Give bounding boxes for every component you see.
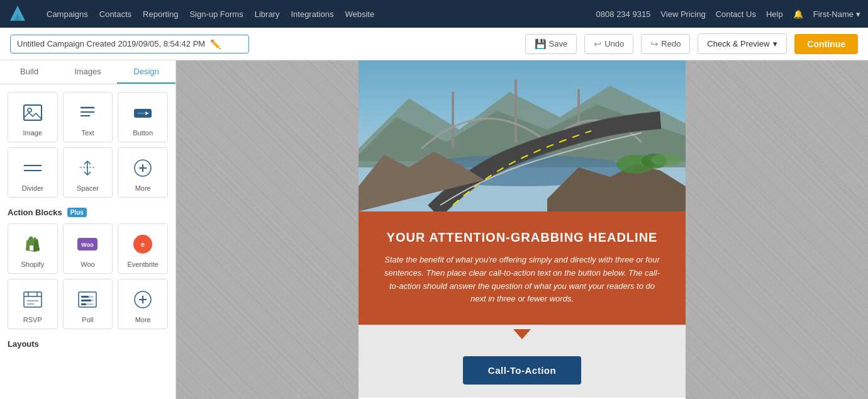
block-spacer[interactable]: Spacer bbox=[63, 147, 113, 198]
tab-design[interactable]: Design bbox=[117, 60, 175, 84]
arrow-down-icon bbox=[513, 329, 531, 339]
main-area: Build Images Design Image bbox=[0, 60, 868, 399]
redo-icon: ↪ bbox=[650, 38, 659, 50]
block-image[interactable]: Image bbox=[8, 92, 58, 142]
block-shopify-label: Shopify bbox=[21, 261, 44, 268]
block-poll-label: Poll bbox=[82, 316, 93, 323]
poll-icon bbox=[75, 287, 100, 312]
svg-point-3 bbox=[28, 108, 31, 112]
toolbar: Untitled Campaign Created 2019/09/05, 8:… bbox=[0, 28, 868, 60]
nav-integrations[interactable]: Integrations bbox=[291, 9, 333, 19]
user-name: First-Name bbox=[813, 9, 854, 19]
edit-title-icon[interactable]: ✏️ bbox=[210, 39, 221, 49]
basic-blocks-grid: Image Text bbox=[8, 92, 168, 198]
block-poll[interactable]: Poll bbox=[63, 279, 113, 329]
block-shopify[interactable]: Shopify bbox=[8, 223, 58, 274]
nav-right: 0808 234 9315 View Pricing Contact Us He… bbox=[596, 9, 860, 19]
nav-contact-us[interactable]: Contact Us bbox=[716, 9, 756, 19]
left-panel: Build Images Design Image bbox=[0, 60, 176, 399]
nav-signup-forms[interactable]: Sign-up Forms bbox=[189, 9, 243, 19]
undo-button[interactable]: ↩ Undo bbox=[584, 34, 633, 54]
tab-images[interactable]: Images bbox=[58, 60, 117, 84]
spacer-block-icon bbox=[75, 155, 100, 181]
cta-button[interactable]: Call-To-Action bbox=[463, 356, 581, 385]
check-preview-label: Check & Preview bbox=[707, 39, 769, 48]
block-more[interactable]: More bbox=[118, 147, 168, 198]
continue-label: Continue bbox=[807, 39, 845, 49]
nav-phone: 0808 234 9315 bbox=[596, 9, 651, 19]
save-button[interactable]: 💾 Save bbox=[525, 34, 577, 54]
action-blocks-grid: Shopify Woo Woo bbox=[8, 223, 168, 329]
check-preview-button[interactable]: Check & Preview ▾ bbox=[698, 33, 787, 54]
button-block-icon bbox=[130, 100, 155, 125]
svg-rect-17 bbox=[30, 245, 33, 250]
top-navigation: Campaigns Contacts Reporting Sign-up For… bbox=[0, 0, 868, 28]
eventbrite-icon: e bbox=[130, 232, 155, 257]
more-blocks-icon bbox=[130, 155, 155, 181]
campaign-title-field[interactable]: Untitled Campaign Created 2019/09/05, 8:… bbox=[10, 35, 249, 53]
block-button[interactable]: Button bbox=[118, 92, 168, 142]
block-eventbrite-label: Eventbrite bbox=[127, 261, 159, 268]
svg-rect-32 bbox=[81, 300, 91, 301]
undo-icon: ↩ bbox=[594, 38, 602, 50]
tab-build[interactable]: Build bbox=[0, 60, 58, 84]
block-spacer-label: Spacer bbox=[77, 184, 99, 192]
headline-section: YOUR ATTENTION-GRABBING HEADLINE State t… bbox=[359, 211, 686, 325]
block-divider[interactable]: Divider bbox=[8, 147, 58, 198]
campaign-title-text: Untitled Campaign Created 2019/09/05, 8:… bbox=[17, 39, 205, 48]
block-rsvp[interactable]: RSVP bbox=[8, 279, 58, 329]
block-more-action-label: More bbox=[135, 316, 151, 323]
block-woo[interactable]: Woo Woo bbox=[63, 223, 113, 274]
block-more-label: More bbox=[135, 184, 151, 192]
image-block-icon bbox=[20, 100, 45, 125]
email-canvas: YOUR ATTENTION-GRABBING HEADLINE State t… bbox=[359, 60, 686, 399]
save-icon: 💾 bbox=[535, 38, 547, 50]
nav-reporting[interactable]: Reporting bbox=[143, 9, 178, 19]
user-chevron-icon: ▾ bbox=[856, 9, 860, 19]
headline-text: YOUR ATTENTION-GRABBING HEADLINE bbox=[384, 230, 660, 245]
action-blocks-header: Action Blocks Plus bbox=[8, 208, 168, 217]
woo-icon: Woo bbox=[75, 232, 100, 257]
block-woo-label: Woo bbox=[81, 261, 94, 268]
notifications-icon[interactable]: 🔔 bbox=[793, 9, 803, 19]
body-text: State the benefit of what you're offerin… bbox=[384, 254, 660, 306]
nav-website[interactable]: Website bbox=[345, 9, 374, 19]
svg-rect-2 bbox=[24, 105, 42, 120]
logo[interactable] bbox=[8, 3, 28, 25]
svg-rect-22 bbox=[24, 292, 42, 307]
user-menu[interactable]: First-Name ▾ bbox=[813, 9, 860, 19]
cta-button-label: Call-To-Action bbox=[488, 365, 556, 376]
svg-rect-30 bbox=[81, 296, 89, 298]
arrow-divider bbox=[359, 325, 686, 344]
undo-label: Undo bbox=[604, 39, 624, 48]
svg-point-49 bbox=[651, 154, 682, 166]
panel-tabs: Build Images Design bbox=[0, 60, 175, 84]
block-button-label: Button bbox=[133, 129, 153, 137]
nav-help[interactable]: Help bbox=[766, 9, 783, 19]
cta-area: Call-To-Action bbox=[359, 344, 686, 397]
block-eventbrite[interactable]: e Eventbrite bbox=[118, 223, 168, 274]
svg-text:e: e bbox=[141, 240, 145, 248]
block-divider-label: Divider bbox=[22, 184, 43, 192]
check-preview-chevron-icon: ▾ bbox=[773, 39, 777, 48]
continue-button[interactable]: Continue bbox=[794, 34, 858, 54]
rsvp-icon bbox=[20, 287, 45, 312]
more-action-icon bbox=[130, 287, 155, 312]
save-label: Save bbox=[549, 39, 568, 48]
layouts-section-header: Layouts bbox=[8, 339, 168, 349]
nav-library[interactable]: Library bbox=[255, 9, 280, 19]
canvas-area: YOUR ATTENTION-GRABBING HEADLINE State t… bbox=[176, 60, 868, 399]
layouts-label: Layouts bbox=[8, 339, 39, 349]
nav-view-pricing[interactable]: View Pricing bbox=[660, 9, 705, 19]
block-more-action[interactable]: More bbox=[118, 279, 168, 329]
nav-links: Campaigns Contacts Reporting Sign-up For… bbox=[47, 9, 584, 19]
block-text[interactable]: Text bbox=[63, 92, 113, 142]
nav-contacts[interactable]: Contacts bbox=[99, 9, 131, 19]
nav-campaigns[interactable]: Campaigns bbox=[47, 9, 88, 19]
svg-text:Woo: Woo bbox=[82, 242, 94, 248]
shopify-icon bbox=[20, 232, 45, 257]
block-text-label: Text bbox=[81, 129, 94, 137]
hero-image bbox=[359, 60, 686, 211]
divider-block-icon bbox=[20, 155, 45, 181]
redo-button[interactable]: ↪ Redo bbox=[641, 34, 690, 54]
